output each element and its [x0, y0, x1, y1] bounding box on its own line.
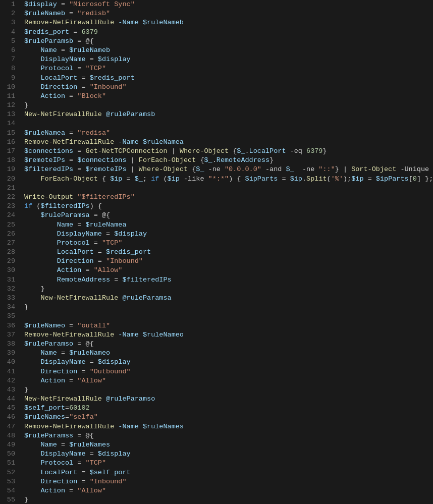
line-number: 51 — [0, 459, 15, 468]
line-number: 38 — [0, 340, 15, 349]
line-number: 16 — [0, 138, 15, 147]
code-line: Action = "Allow" — [24, 486, 433, 495]
line-number: 41 — [0, 367, 15, 376]
line-number: 30 — [0, 266, 15, 275]
code-line: } — [24, 101, 433, 110]
line-number: 46 — [0, 413, 15, 422]
line-number: 8 — [0, 64, 15, 73]
line-number: 9 — [0, 74, 15, 83]
code-line: Name = $ruleNamea — [24, 220, 433, 230]
line-number: 6 — [0, 46, 15, 55]
line-number: 25 — [0, 220, 15, 230]
code-line: $ruleNames="selfa" — [24, 413, 433, 422]
code-line: Remove-NetFirewallRule -Name $ruleNameb — [24, 18, 433, 27]
code-line: $ruleNameo = "outall" — [24, 321, 433, 330]
line-number: 17 — [0, 147, 15, 156]
code-line — [24, 119, 433, 128]
line-number: 31 — [0, 275, 15, 285]
line-number: 34 — [0, 303, 15, 312]
code-line: ForEach-Object { $ip = $_; if ($ip -like… — [24, 175, 433, 184]
code-editor: 1234567891011121314151617181920212223242… — [0, 0, 433, 504]
code-line: DisplayName = $display — [24, 230, 433, 239]
code-line: Protocol = "TCP" — [24, 459, 433, 468]
code-line: $connections = Get-NetTCPConnection | Wh… — [24, 147, 433, 156]
line-number: 35 — [0, 312, 15, 321]
code-line: Action = "Allow" — [24, 266, 433, 275]
code-line: $ruleNameb = "redisb" — [24, 9, 433, 18]
line-number: 7 — [0, 55, 15, 64]
code-line: New-NetFirewallRule @ruleParamso — [24, 395, 433, 404]
code-line: $ruleParamso = @{ — [24, 340, 433, 349]
code-line: Name = $ruleNameo — [24, 349, 433, 358]
code-line: Direction = "Inbound" — [24, 83, 433, 92]
line-number: 50 — [0, 450, 15, 459]
code-line: $ruleNamea = "redisa" — [24, 129, 433, 138]
code-line: RemoteAddress = $filteredIPs — [24, 275, 433, 285]
line-number: 10 — [0, 83, 15, 92]
code-line: $self_port=60102 — [24, 404, 433, 413]
line-number: 37 — [0, 330, 15, 340]
code-line: $display = "Microsoft Sync" — [24, 0, 433, 9]
code-line: Direction = "Outbound" — [24, 367, 433, 376]
line-number: 29 — [0, 257, 15, 266]
line-number: 54 — [0, 486, 15, 495]
line-number: 39 — [0, 349, 15, 358]
code-line: Direction = "Inbound" — [24, 257, 433, 266]
line-number: 1 — [0, 0, 15, 9]
code-line: $ruleParamsa = @{ — [24, 211, 433, 220]
line-number: 23 — [0, 202, 15, 211]
line-number: 52 — [0, 468, 15, 477]
line-numbers: 1234567891011121314151617181920212223242… — [0, 0, 19, 504]
line-number: 27 — [0, 239, 15, 248]
line-number: 47 — [0, 422, 15, 431]
code-content[interactable]: $display = "Microsoft Sync"$ruleNameb = … — [19, 0, 433, 504]
code-line: $redis_port = 6379 — [24, 28, 433, 37]
line-number: 44 — [0, 395, 15, 404]
line-number: 49 — [0, 440, 15, 450]
code-line: } — [24, 285, 433, 294]
code-line: DisplayName = $display — [24, 55, 433, 64]
code-line: New-NetFirewallRule @ruleParamsa — [24, 294, 433, 303]
code-line: Remove-NetFirewallRule -Name $ruleNames — [24, 422, 433, 431]
code-line: Name = $ruleNameb — [24, 46, 433, 55]
line-number: 53 — [0, 477, 15, 486]
line-number: 5 — [0, 37, 15, 46]
line-number: 12 — [0, 101, 15, 110]
code-line: if ($filteredIPs) { — [24, 202, 433, 211]
line-number: 45 — [0, 404, 15, 413]
line-number: 19 — [0, 165, 15, 174]
line-number: 14 — [0, 119, 15, 128]
line-number: 22 — [0, 193, 15, 202]
code-line — [24, 184, 433, 193]
line-number: 15 — [0, 129, 15, 138]
line-number: 4 — [0, 28, 15, 37]
code-line: $ruleParamss = @{ — [24, 431, 433, 440]
code-line: DisplayName = $display — [24, 450, 433, 459]
line-number: 32 — [0, 285, 15, 294]
line-number: 43 — [0, 385, 15, 395]
line-number: 33 — [0, 294, 15, 303]
line-number: 42 — [0, 376, 15, 385]
code-line: } — [24, 385, 433, 395]
line-number: 26 — [0, 230, 15, 239]
code-line: $remoteIPs = $connections | ForEach-Obje… — [24, 156, 433, 165]
code-line: New-NetFirewallRule @ruleParamsb — [24, 110, 433, 119]
code-line: $ruleParamsb = @{ — [24, 37, 433, 46]
line-number: 11 — [0, 92, 15, 101]
line-number: 28 — [0, 248, 15, 257]
line-number: 36 — [0, 321, 15, 330]
line-number: 13 — [0, 110, 15, 119]
code-line: Protocol = "TCP" — [24, 64, 433, 73]
code-line — [24, 312, 433, 321]
code-line: Protocol = "TCP" — [24, 239, 433, 248]
code-line: Direction = "Inbound" — [24, 477, 433, 486]
code-line: Remove-NetFirewallRule -Name $ruleNameo — [24, 330, 433, 340]
code-line: $filteredIPs = $remoteIPs | Where-Object… — [24, 165, 433, 174]
line-number: 20 — [0, 175, 15, 184]
code-line: } — [24, 303, 433, 312]
code-line: LocalPort = $self_port — [24, 468, 433, 477]
line-number: 40 — [0, 358, 15, 367]
line-number: 55 — [0, 495, 15, 504]
line-number: 24 — [0, 211, 15, 220]
code-line: Write-Output "$filteredIPs" — [24, 193, 433, 202]
